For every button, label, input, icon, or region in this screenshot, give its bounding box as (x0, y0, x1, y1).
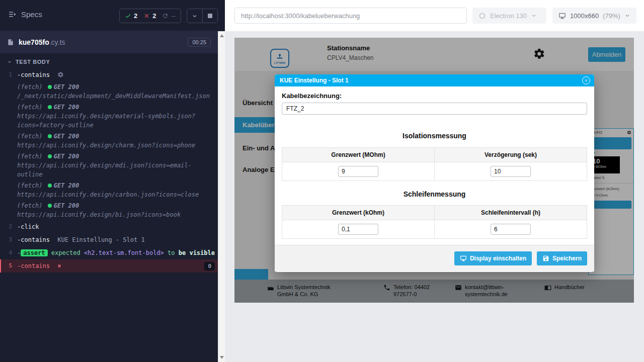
modal-close-button[interactable] (582, 76, 590, 84)
command-name: -contains (17, 262, 50, 269)
loop-heading: Schleifenmessung (282, 190, 587, 198)
status-ok-dot (48, 184, 52, 188)
passed-count: 2 (134, 12, 137, 20)
url-input[interactable] (234, 8, 467, 24)
viewport-select[interactable]: 1000x660 (79%) (552, 8, 636, 24)
fetch-url: https://api.iconify.design/bi.json?icons… (17, 210, 215, 219)
fetch-log-row[interactable]: (fetch)GET 200 https://api.iconify.desig… (0, 180, 218, 200)
failed-count: 2 (152, 12, 156, 20)
stop-button[interactable] (202, 9, 217, 23)
stop-icon (208, 14, 212, 18)
spec-file-name: kue705fo.cy.ts (19, 38, 65, 46)
spec-file-icon (7, 39, 14, 46)
command-number: 4 (0, 248, 17, 257)
kue-settings-modal: KUE Einstellung - Slot 1 Kabelbezeichnun… (275, 74, 594, 272)
reporter-controls (187, 9, 218, 23)
http-status: GET 200 (54, 153, 79, 160)
http-status: GET 200 (54, 182, 79, 189)
display-icon (460, 255, 467, 262)
viewport-size: 1000x660 (570, 12, 599, 20)
test-body-label: TEST BODY (16, 59, 50, 65)
test-body-section[interactable]: TEST BODY (0, 53, 218, 68)
command-number: 5 (1, 261, 17, 270)
http-status: GET 200 (54, 83, 79, 90)
scroll-down-arrow-icon[interactable] (220, 356, 224, 359)
collapse-button[interactable] (187, 9, 202, 23)
fetch-log-row[interactable]: (fetch)GET 200 https://api.iconify.desig… (0, 131, 218, 151)
command-row[interactable]: 2 -click (0, 220, 218, 233)
command-row-failed[interactable]: 5 -contains × 0 (0, 259, 218, 273)
save-button[interactable]: Speichern (537, 251, 587, 265)
fetch-log-row[interactable]: (fetch)GET 200 /_next/static/development… (0, 81, 218, 102)
command-row[interactable]: 1 -contains (0, 68, 218, 81)
modal-header: KUE Einstellung - Slot 1 (275, 74, 594, 86)
command-options-gear-icon (57, 71, 64, 78)
isolation-delay-input[interactable] (491, 166, 531, 177)
command-name: -contains (17, 236, 50, 243)
display-on-button[interactable]: Display einschalten (454, 251, 532, 265)
status-ok-dot (48, 204, 52, 208)
aut-panel: Electron 130 1000x660 (79%) LITTWIN St (225, 0, 644, 362)
loop-interval-input[interactable] (491, 224, 531, 235)
passed-stat: 2 (125, 12, 137, 20)
reporter-header: Specs 2 2 -- (0, 0, 218, 31)
fetch-url: /_next/static/development/_devMiddleware… (17, 92, 215, 101)
http-status: GET 200 (54, 104, 79, 111)
http-status: GET 200 (54, 133, 79, 140)
command-argument: × (57, 262, 61, 269)
cross-icon (143, 13, 150, 19)
status-ok-dot (48, 105, 52, 109)
specs-label: Specs (21, 10, 42, 19)
command-number: 2 (0, 222, 17, 231)
fetch-label: (fetch) (17, 153, 43, 160)
cypress-reporter: Specs 2 2 -- (0, 0, 218, 362)
viewport-zoom: (79%) (603, 12, 620, 20)
check-icon (125, 13, 131, 19)
fetch-url: https://api.iconify.design/carbon.json?i… (17, 190, 215, 199)
specs-menu-icon (8, 10, 17, 19)
fetch-label: (fetch) (17, 83, 43, 90)
assert-selector: <h2.text-sm.font-bold> (84, 249, 164, 256)
cable-name-label: Kabelbezeichnung: (282, 92, 587, 100)
pending-count: -- (171, 12, 176, 20)
fetch-label: (fetch) (17, 104, 43, 111)
command-row[interactable]: 3 -contains KUE Einstellung - Slot 1 (0, 233, 218, 246)
pending-stat: -- (162, 12, 176, 20)
spec-duration: 00:25 (188, 38, 211, 47)
assert-badge: assert (21, 249, 47, 256)
status-ok-dot (48, 85, 52, 89)
specs-menu-button[interactable]: Specs (8, 10, 42, 19)
fetch-log-row[interactable]: (fetch)GET 200 https://api.iconify.desig… (0, 102, 218, 131)
command-name: -click (17, 223, 39, 230)
failed-stat: 2 (143, 12, 156, 20)
column-header: Verzögerung (sek) (435, 148, 587, 162)
reporter-scrollbar[interactable] (218, 31, 225, 362)
save-floppy-icon (542, 255, 549, 262)
command-row-assert[interactable]: 4 -assert expected <h2.text-sm.font-bold… (0, 246, 218, 259)
aut-topbar: Electron 130 1000x660 (79%) (225, 0, 644, 31)
loop-limit-input[interactable] (338, 224, 378, 235)
fetch-url: https://api.iconify.design/mdi.json?icon… (17, 161, 215, 179)
element-count-badge: 0 (204, 262, 215, 270)
reporter-corner (218, 0, 225, 31)
screen: Specs 2 2 -- (0, 0, 644, 362)
isolation-limit-input[interactable] (338, 166, 378, 177)
refresh-icon (162, 13, 169, 19)
isolation-heading: Isolationsmessung (282, 132, 587, 140)
fetch-log-row[interactable]: (fetch)GET 200 https://api.iconify.desig… (0, 151, 218, 180)
status-ok-dot (48, 134, 52, 138)
chevron-down-icon (624, 13, 630, 19)
chevron-down-icon (192, 13, 198, 19)
command-log: 1 -contains (fetch)GET 200 /_next/static… (0, 68, 218, 273)
monitor-icon (558, 12, 566, 20)
column-header: Grenzwert (MOhm) (282, 148, 435, 162)
browser-label: Electron 130 (490, 12, 527, 20)
fetch-log-row[interactable]: (fetch)GET 200 https://api.iconify.desig… (0, 200, 218, 220)
test-stats: 2 2 -- (119, 9, 181, 23)
isolation-table: Grenzwert (MOhm) Verzögerung (sek) (282, 147, 587, 181)
cable-name-input[interactable] (282, 103, 587, 115)
column-header: Schleifenintervall (h) (435, 206, 587, 220)
scroll-up-arrow-icon[interactable] (220, 34, 224, 37)
browser-select[interactable]: Electron 130 (472, 8, 546, 24)
spec-file-row[interactable]: kue705fo.cy.ts 00:25 (0, 31, 218, 53)
